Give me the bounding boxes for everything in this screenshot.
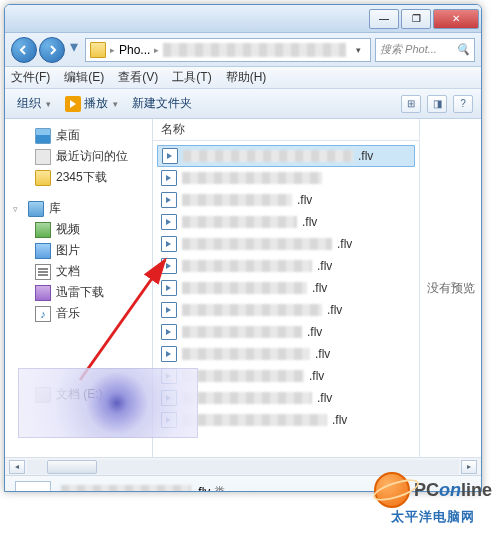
file-row[interactable]: .flv	[157, 211, 415, 233]
filename-blurred	[182, 326, 302, 338]
menu-bar: 文件(F) 编辑(E) 查看(V) 工具(T) 帮助(H)	[5, 67, 481, 89]
pictures-icon	[35, 243, 51, 259]
recent-icon	[35, 149, 51, 165]
filename-blurred	[182, 172, 322, 184]
preview-empty-text: 没有预览	[427, 280, 475, 297]
close-icon: ✕	[452, 13, 460, 24]
file-row[interactable]	[157, 167, 415, 189]
filename-blurred	[182, 260, 312, 272]
file-extension: .flv	[332, 413, 347, 427]
file-row[interactable]: .flv	[157, 255, 415, 277]
download-icon	[35, 285, 51, 301]
filename-blurred	[182, 194, 292, 206]
file-thumbnail-icon	[15, 481, 51, 493]
preview-pane: 没有预览	[419, 119, 481, 457]
file-row[interactable]: .flv	[157, 189, 415, 211]
file-row[interactable]: .flv	[157, 299, 415, 321]
new-folder-button[interactable]: 新建文件夹	[128, 93, 196, 114]
filename-blurred	[182, 304, 322, 316]
close-button[interactable]: ✕	[433, 9, 479, 29]
chevron-down-icon: ▾	[113, 99, 118, 109]
toolbar: 组织▾ 播放▾ 新建文件夹 ⊞ ◨ ?	[5, 89, 481, 119]
overlay-swirl-image	[18, 368, 198, 438]
filename-blurred	[182, 414, 327, 426]
file-extension: .flv	[317, 391, 332, 405]
menu-help[interactable]: 帮助(H)	[226, 69, 267, 86]
collapse-icon[interactable]: ▿	[13, 204, 23, 214]
watermark-text-line: line	[461, 480, 492, 500]
file-extension: .flv	[307, 325, 322, 339]
flv-file-icon	[161, 236, 177, 252]
selected-file-ext: .flv	[195, 485, 210, 493]
breadcrumb-seg-1[interactable]: Pho...	[119, 43, 150, 57]
back-button[interactable]	[11, 37, 37, 63]
flv-file-icon	[161, 170, 177, 186]
documents-icon	[35, 264, 51, 280]
play-button[interactable]: 播放▾	[61, 93, 124, 114]
breadcrumb-seg-blurred	[163, 43, 346, 57]
help-button[interactable]: ?	[453, 95, 473, 113]
filename-blurred	[182, 392, 312, 404]
filename-blurred	[182, 282, 307, 294]
filename-blurred	[182, 238, 332, 250]
file-row[interactable]: .flv	[157, 145, 415, 167]
flv-file-icon	[161, 192, 177, 208]
file-row[interactable]: .flv	[157, 343, 415, 365]
menu-edit[interactable]: 编辑(E)	[64, 69, 104, 86]
breadcrumb-dropdown[interactable]: ▾	[350, 45, 366, 55]
tree-libraries[interactable]: ▿库	[5, 198, 152, 219]
view-options-button[interactable]: ⊞	[401, 95, 421, 113]
file-extension: .flv	[327, 303, 342, 317]
music-icon: ♪	[35, 306, 51, 322]
nav-history-dropdown[interactable]: ▾	[67, 37, 81, 57]
filename-blurred	[182, 370, 304, 382]
flv-file-icon	[161, 214, 177, 230]
menu-view[interactable]: 查看(V)	[118, 69, 158, 86]
file-pane: 名称 .flv.flv.flv.flv.flv.flv.flv.flv.flv.…	[153, 119, 481, 457]
preview-pane-button[interactable]: ◨	[427, 95, 447, 113]
search-input[interactable]: 搜索 Phot... 🔍	[375, 38, 475, 62]
nav-buttons: ▾	[11, 37, 81, 63]
maximize-icon: ❐	[412, 13, 421, 24]
address-bar: ▾ ▸ Pho... ▸ ▾ 搜索 Phot... 🔍	[5, 33, 481, 67]
organize-button[interactable]: 组织▾	[13, 93, 57, 114]
play-icon	[65, 96, 81, 112]
file-row[interactable]: .flv	[157, 277, 415, 299]
breadcrumb[interactable]: ▸ Pho... ▸ ▾	[85, 38, 371, 62]
tree-documents[interactable]: 文档	[5, 261, 152, 282]
minimize-icon: —	[379, 13, 389, 24]
flv-file-icon	[161, 324, 177, 340]
menu-file[interactable]: 文件(F)	[11, 69, 50, 86]
watermark: PConline 太平洋电脑网	[374, 472, 492, 526]
filename-blurred	[182, 216, 297, 228]
column-header-name[interactable]: 名称	[153, 119, 419, 141]
selected-filename-blurred	[61, 485, 191, 493]
watermark-text-on: on	[439, 480, 461, 500]
file-extension: .flv	[317, 259, 332, 273]
tree-desktop[interactable]: 桌面	[5, 125, 152, 146]
menu-tools[interactable]: 工具(T)	[172, 69, 211, 86]
forward-button[interactable]	[39, 37, 65, 63]
maximize-button[interactable]: ❐	[401, 9, 431, 29]
file-row[interactable]: .flv	[157, 233, 415, 255]
file-extension: .flv	[315, 347, 330, 361]
minimize-button[interactable]: —	[369, 9, 399, 29]
tree-videos[interactable]: 视频	[5, 219, 152, 240]
tree-2345dl[interactable]: 2345下载	[5, 167, 152, 188]
tree-recent[interactable]: 最近访问的位	[5, 146, 152, 167]
folder-icon	[90, 42, 106, 58]
video-icon	[35, 222, 51, 238]
chevron-down-icon: ▾	[46, 99, 51, 109]
file-row[interactable]: .flv	[157, 321, 415, 343]
tree-pictures[interactable]: 图片	[5, 240, 152, 261]
tree-xunlei[interactable]: 迅雷下载	[5, 282, 152, 303]
search-placeholder: 搜索 Phot...	[380, 42, 437, 57]
scroll-left-button[interactable]: ◂	[9, 460, 25, 474]
watermark-globe-icon	[374, 472, 410, 508]
filename-blurred	[182, 348, 310, 360]
file-extension: .flv	[297, 193, 312, 207]
flv-file-icon	[162, 148, 178, 164]
tree-music[interactable]: ♪音乐	[5, 303, 152, 324]
scroll-thumb[interactable]	[47, 460, 97, 474]
folder-icon	[35, 170, 51, 186]
